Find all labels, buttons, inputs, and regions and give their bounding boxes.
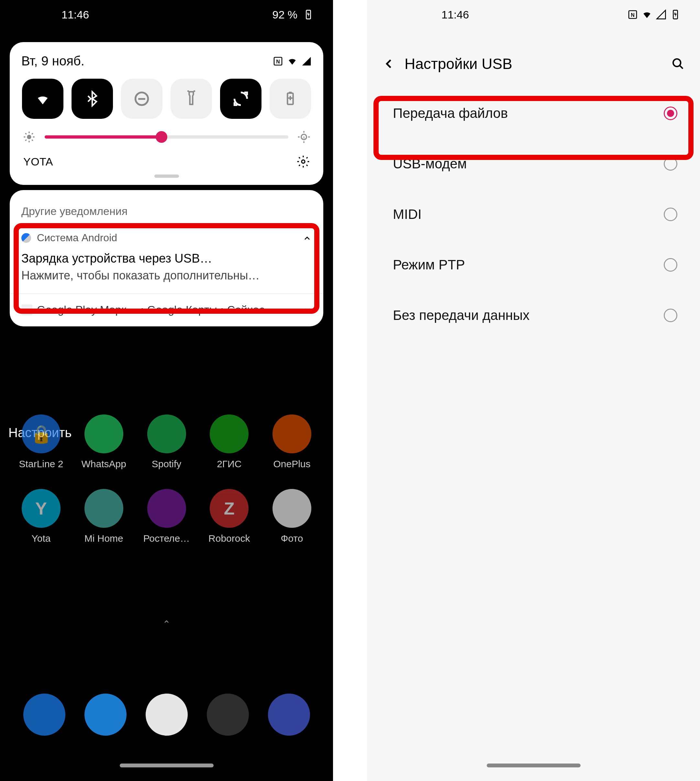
app-label: 2ГИС	[217, 459, 242, 469]
app-undefined[interactable]	[17, 694, 72, 736]
nfc-icon: N	[273, 56, 283, 67]
usb-option[interactable]: Без передачи данных	[367, 290, 700, 340]
app-icon	[210, 414, 248, 453]
app-icon	[23, 694, 65, 736]
svg-point-26	[673, 59, 681, 67]
app-icon	[272, 414, 311, 453]
usb-option[interactable]: Режим PTP	[367, 240, 700, 290]
navigation-handle[interactable]	[120, 764, 213, 768]
app-OnePlus[interactable]: OnePlus	[264, 414, 319, 469]
notif-system-android[interactable]: Система Android Зарядка устройства через…	[10, 224, 323, 290]
notif-app-name: Система Android	[37, 232, 117, 244]
right-screenshot: 11:46 N Настройки USB Передача файловUSB…	[367, 0, 700, 781]
app-Roborock[interactable]: ZRoborock	[202, 489, 257, 544]
svg-point-7	[27, 135, 31, 139]
option-label: Без передачи данных	[393, 308, 530, 323]
app-icon: 🔒	[22, 414, 60, 453]
app-label: Mi Home	[85, 533, 123, 544]
status-time: 11:46	[62, 8, 89, 21]
notifications-card: Другие уведомления Система Android Заряд…	[10, 190, 323, 326]
navigation-handle[interactable]	[487, 764, 581, 768]
home-screen-apps: Настроить 🔒StarLine 2WhatsAppSpotify2ГИС…	[0, 414, 333, 563]
notif-subtitle: Нажмите, чтобы показать дополнительны…	[22, 269, 312, 282]
radio-button[interactable]	[664, 309, 677, 322]
qs-flashlight[interactable]	[170, 79, 212, 119]
app-undefined[interactable]: Y	[139, 694, 194, 736]
app-label: Yota	[32, 533, 51, 544]
app-2ГИС[interactable]: 2ГИС	[202, 414, 257, 469]
app-label: StarLine 2	[19, 459, 63, 469]
app-undefined[interactable]	[262, 694, 317, 736]
radio-button[interactable]	[664, 207, 677, 221]
notif-section-header: Другие уведомления	[10, 199, 323, 224]
app-icon	[207, 694, 249, 736]
svg-line-15	[32, 133, 33, 134]
play-store-icon	[22, 304, 32, 315]
status-time: 11:46	[442, 8, 469, 21]
status-bar-left: 11:46 92 %	[0, 0, 333, 29]
qs-dnd[interactable]	[121, 79, 162, 119]
settings-gear-icon[interactable]	[297, 155, 310, 168]
brightness-slider[interactable]	[45, 135, 288, 139]
nfc-icon: N	[628, 9, 638, 20]
usb-option[interactable]: MIDI	[367, 189, 700, 240]
android-system-icon	[22, 233, 31, 243]
option-label: MIDI	[393, 207, 422, 222]
app-Yota[interactable]: YYota	[13, 489, 68, 544]
app-Mi Home[interactable]: Mi Home	[77, 489, 132, 544]
usb-option[interactable]: USB-модем	[367, 139, 700, 189]
shade-drag-handle[interactable]	[154, 175, 179, 178]
radio-button[interactable]	[664, 258, 677, 272]
app-icon	[85, 694, 127, 736]
notif-group-row[interactable]: Google Play Марк… • Google Карты • Сейча…	[10, 297, 323, 318]
app-Ростеле…[interactable]: Ростеле…	[139, 489, 194, 544]
settings-header: Настройки USB	[367, 29, 700, 88]
qs-wifi[interactable]	[22, 79, 63, 119]
shade-date: Вт, 9 нояб.	[22, 54, 85, 68]
qs-bluetooth[interactable]	[72, 79, 113, 119]
carrier-label: YOTA	[23, 155, 53, 168]
app-label: OnePlus	[273, 459, 310, 469]
expand-chevron-icon[interactable]	[303, 305, 312, 314]
qs-battery-saver[interactable]	[270, 79, 311, 119]
radio-button[interactable]	[664, 107, 677, 120]
app-icon	[85, 489, 123, 528]
app-icon: Y	[146, 694, 188, 736]
svg-text:A: A	[303, 135, 305, 140]
shade-status-icons: N	[273, 56, 312, 67]
brightness-auto-icon[interactable]: A	[297, 130, 310, 144]
app-icon: Y	[22, 489, 60, 528]
option-label: Режим PTP	[393, 257, 465, 273]
brightness-slider-row: A	[22, 130, 312, 144]
svg-line-14	[25, 140, 26, 140]
app-drawer-caret-icon[interactable]: ⌃	[162, 619, 170, 630]
app-row-2: YYotaMi HomeРостеле…ZRoborockФото	[13, 489, 319, 544]
svg-line-27	[680, 65, 683, 68]
quick-settings-panel[interactable]: Вт, 9 нояб. N A YOTA	[10, 42, 323, 185]
usb-option[interactable]: Передача файлов	[367, 88, 700, 139]
radio-button[interactable]	[664, 157, 677, 171]
collapse-chevron-icon[interactable]	[303, 234, 312, 243]
app-Фото[interactable]: Фото	[264, 489, 319, 544]
app-undefined[interactable]	[200, 694, 255, 736]
back-icon[interactable]	[383, 57, 395, 70]
app-Spotify[interactable]: Spotify	[139, 414, 194, 469]
app-icon: Z	[210, 489, 248, 528]
option-label: USB-модем	[393, 156, 467, 172]
svg-text:N: N	[631, 12, 635, 18]
notif-group-text: Google Play Марк… • Google Карты • Сейча…	[37, 304, 298, 316]
svg-text:N: N	[276, 58, 280, 64]
wifi-icon	[287, 56, 297, 67]
app-undefined[interactable]	[78, 694, 133, 736]
search-icon[interactable]	[672, 57, 685, 70]
qs-rotation[interactable]	[220, 79, 262, 119]
app-label: WhatsApp	[82, 459, 126, 469]
app-icon	[147, 489, 186, 528]
app-label: Roborock	[208, 533, 250, 544]
signal-icon	[301, 56, 312, 67]
usb-options-list: Передача файловUSB-модемMIDIРежим PTPБез…	[367, 88, 700, 340]
quick-settings-row	[22, 79, 312, 119]
app-WhatsApp[interactable]: WhatsApp	[77, 414, 132, 469]
battery-percent: 92 %	[272, 8, 298, 21]
app-icon	[147, 414, 186, 453]
